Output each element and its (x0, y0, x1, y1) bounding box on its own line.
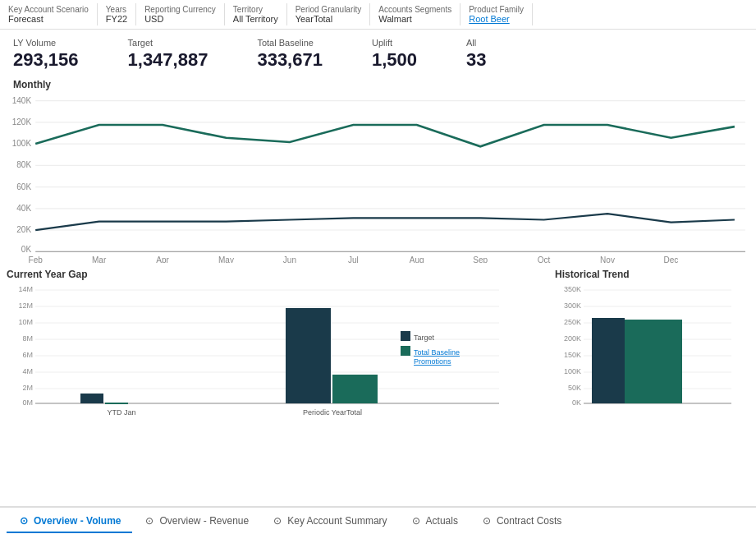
filter-bar: Key Account Scenario Forecast Years FY22… (0, 0, 756, 30)
gap-chart-area: Current Year Gap 14M 12M 10M 8M 6M 4M 2M… (7, 269, 548, 426)
bar-periodic-target (286, 308, 331, 403)
filter-scenario[interactable]: Key Account Scenario Forecast (7, 3, 98, 25)
filter-territory-value: All Territory (233, 14, 278, 24)
filter-product[interactable]: Product Family Root Beer (460, 3, 533, 25)
filter-granularity[interactable]: Period Granularity YearTotal (287, 3, 371, 25)
svg-text:120K: 120K (12, 117, 32, 127)
kpi-all: All 33 (466, 38, 486, 71)
monthly-chart-section: Monthly 140K 120K 100K 80K 60K 40K 20K 0… (0, 76, 756, 265)
svg-rect-45 (401, 331, 410, 341)
tab-contract-costs-label: Contract Costs (497, 515, 561, 527)
filter-territory-label: Territory (233, 5, 278, 14)
svg-text:Apr: Apr (156, 255, 169, 263)
tab-actuals-icon: ⊙ (410, 515, 422, 527)
filter-product-value[interactable]: Root Beer (469, 14, 524, 24)
svg-text:200K: 200K (564, 334, 581, 343)
svg-text:Dec: Dec (664, 255, 679, 263)
svg-text:40K: 40K (16, 204, 31, 213)
filter-segments-value: Walmart (378, 14, 451, 24)
filter-scenario-label: Key Account Scenario (8, 5, 89, 14)
svg-text:Oct: Oct (538, 255, 551, 263)
filter-territory[interactable]: Territory All Territory (225, 3, 287, 25)
svg-text:Target: Target (414, 334, 435, 342)
kpi-ly-volume-label: LY Volume (13, 38, 79, 48)
tab-overview-revenue[interactable]: ⊙ Overview - Revenue (132, 510, 260, 533)
historical-chart-svg: 350K 300K 250K 200K 150K 100K 50K 0K (555, 282, 735, 421)
tab-actuals-label: Actuals (426, 515, 458, 527)
svg-text:250K: 250K (564, 318, 581, 326)
monthly-chart-svg: 140K 120K 100K 80K 60K 40K 20K 0K Feb Ma… (7, 90, 749, 263)
kpi-target-value: 1,347,887 (128, 49, 208, 71)
svg-rect-47 (401, 346, 410, 356)
svg-text:150K: 150K (564, 351, 581, 359)
svg-text:300K: 300K (564, 302, 581, 310)
svg-text:Nov: Nov (600, 255, 616, 263)
filter-currency[interactable]: Reporting Currency USD (136, 3, 225, 25)
historical-area: Historical Trend 350K 300K 250K 200K 150… (555, 269, 749, 426)
svg-text:50K: 50K (568, 384, 581, 392)
monthly-chart-title: Monthly (7, 76, 749, 90)
svg-text:0M: 0M (22, 398, 33, 407)
filter-product-label: Product Family (469, 5, 524, 14)
filter-years-label: Years (106, 5, 127, 14)
kpi-total-baseline-value: 333,671 (257, 49, 323, 71)
svg-text:Total Baseline: Total Baseline (414, 348, 460, 357)
kpi-row: LY Volume 293,156 Target 1,347,887 Total… (0, 30, 756, 76)
filter-currency-label: Reporting Currency (144, 5, 216, 14)
tab-overview-volume-label: Overview - Volume (34, 515, 121, 527)
svg-text:Periodic YearTotal: Periodic YearTotal (303, 408, 362, 417)
kpi-total-baseline: Total Baseline 333,671 (257, 38, 323, 71)
svg-text:Feb: Feb (29, 255, 44, 263)
svg-text:Promotions: Promotions (414, 357, 451, 366)
svg-text:YTD Jan: YTD Jan (107, 408, 135, 417)
kpi-all-value: 33 (466, 49, 486, 71)
filter-segments[interactable]: Accounts Segments Walmart (370, 3, 460, 25)
filter-years-value: FY22 (106, 14, 127, 24)
tab-contract-costs-icon: ⊙ (481, 515, 493, 527)
bottom-tabs: ⊙ Overview - Volume ⊙ Overview - Revenue… (0, 506, 756, 534)
svg-text:80K: 80K (16, 160, 31, 169)
tab-overview-volume[interactable]: ⊙ Overview - Volume (7, 510, 132, 533)
filter-granularity-value: YearTotal (296, 14, 362, 24)
kpi-total-baseline-label: Total Baseline (257, 38, 323, 48)
kpi-all-label: All (466, 38, 486, 48)
kpi-uplift-value: 1,500 (372, 49, 417, 71)
historical-title: Historical Trend (555, 269, 749, 280)
svg-text:10M: 10M (18, 318, 33, 326)
svg-text:0K: 0K (572, 398, 581, 407)
svg-text:100K: 100K (564, 367, 581, 375)
svg-text:60K: 60K (16, 182, 31, 191)
tab-key-account-summary[interactable]: ⊙ Key Account Summary (260, 510, 398, 533)
filter-scenario-value: Forecast (8, 14, 89, 24)
gap-chart-title: Current Year Gap (7, 269, 548, 280)
kpi-target-label: Target (128, 38, 208, 48)
svg-text:6M: 6M (22, 351, 33, 359)
tab-overview-revenue-label: Overview - Revenue (159, 515, 249, 527)
tab-overview-revenue-icon: ⊙ (144, 515, 155, 527)
kpi-target: Target 1,347,887 (128, 38, 208, 71)
tab-actuals[interactable]: ⊙ Actuals (399, 510, 470, 533)
svg-text:Jun: Jun (283, 255, 296, 263)
svg-text:2M: 2M (22, 384, 33, 392)
svg-text:8M: 8M (22, 334, 33, 343)
svg-text:350K: 350K (564, 285, 581, 293)
tab-contract-costs[interactable]: ⊙ Contract Costs (470, 510, 573, 533)
filter-years[interactable]: Years FY22 (98, 3, 136, 25)
kpi-ly-volume: LY Volume 293,156 (13, 38, 79, 71)
svg-text:4M: 4M (22, 367, 33, 375)
svg-text:12M: 12M (18, 302, 33, 310)
kpi-uplift: Uplift 1,500 (372, 38, 417, 71)
tab-overview-volume-icon: ⊙ (18, 515, 30, 527)
svg-text:100K: 100K (12, 139, 32, 148)
gap-chart-svg: 14M 12M 10M 8M 6M 4M 2M 0M (7, 282, 548, 421)
tab-key-account-summary-label: Key Account Summary (287, 515, 387, 527)
svg-text:May: May (218, 255, 235, 263)
filter-granularity-label: Period Granularity (296, 5, 362, 14)
bar-ytd-baseline (105, 403, 128, 404)
svg-text:Mar: Mar (92, 255, 107, 263)
svg-text:140K: 140K (12, 96, 32, 105)
svg-text:Sep: Sep (473, 255, 488, 263)
bar-ytd-target (80, 394, 103, 403)
filter-currency-value: USD (144, 14, 216, 24)
kpi-uplift-label: Uplift (372, 38, 417, 48)
